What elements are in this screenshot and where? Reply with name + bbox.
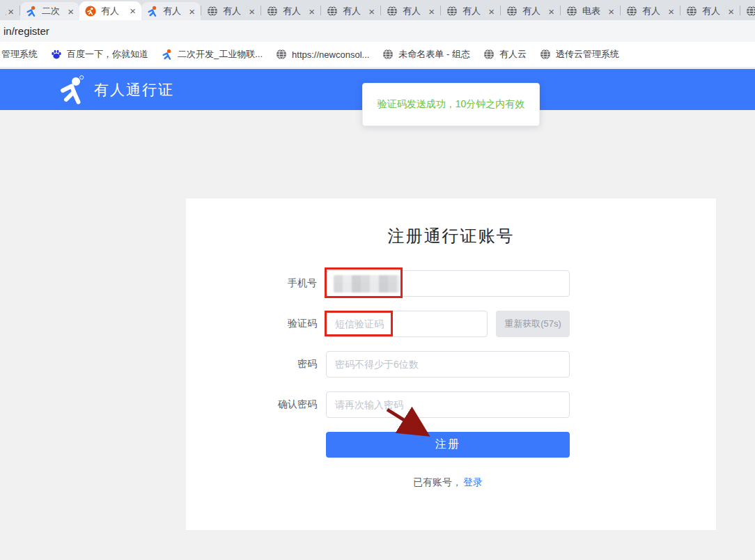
globe-icon [686,6,697,17]
bookmarks-bar: 管理系统百度一下，你就知道二次开发_工业物联...https://newcons… [0,42,755,67]
bookmark-item[interactable]: 未命名表单 - 组态 [382,48,470,61]
browser-tab[interactable]: 有人× [141,2,201,20]
toast-message: 验证码发送成功，10分钟之内有效 [378,98,525,111]
browser-tab[interactable]: 有人× [381,2,440,20]
page-title: 注册通行证账号 [186,225,716,247]
tab-close-icon[interactable]: × [546,6,556,17]
card-footer: 已有账号，登录 [326,476,570,489]
bookmark-item[interactable]: 二次开发_工业物联... [162,48,263,61]
bookmark-item[interactable]: https://newconsol... [276,49,369,60]
tab-label: 有人 [223,5,247,17]
confirm-password-input[interactable] [326,391,570,418]
register-form: 手机号 验证码 重新获取(57s) 密码 确认密码 [186,270,716,489]
browser-tab[interactable]: 人× [0,2,20,20]
login-link[interactable]: 登录 [463,476,483,488]
baidu-icon [51,49,62,60]
tab-close-icon[interactable]: × [187,6,197,17]
register-button[interactable]: 注册 [326,432,570,458]
tab-close-icon[interactable]: × [65,6,76,17]
globe-icon [382,49,394,60]
phone-label: 手机号 [186,277,326,290]
address-url[interactable]: in/register [3,25,49,37]
browser-tab[interactable]: 有人× [680,2,740,20]
brand-title: 有人通行证 [94,80,174,100]
tab-close-icon[interactable]: × [306,6,317,17]
tab-close-icon[interactable]: × [726,6,736,17]
bookmark-item[interactable]: 百度一下，你就知道 [51,48,148,61]
bookmark-label: 有人云 [499,48,527,61]
code-label: 验证码 [186,318,326,330]
bookmark-label: 透传云管理系统 [556,48,619,61]
toast-notification: 验证码发送成功，10分钟之内有效 [362,83,540,126]
tab-strip: 人×二次×有人×有人×有人×有人×有人×有人×有人×有人×电表×有人×有人× [0,0,755,20]
tab-label: 有人 [642,5,666,17]
password-input[interactable] [326,351,570,378]
browser-tab[interactable]: 二次× [20,2,79,20]
tab-label: 有人 [343,5,366,17]
tab-close-icon[interactable]: × [127,6,138,16]
usr-person-icon [162,49,173,60]
page-content: 有人通行证 验证码发送成功，10分钟之内有效 注册通行证账号 手机号 验证码 重… [0,69,755,560]
tab-label: 二次 [42,5,65,17]
tab-close-icon[interactable]: × [426,6,437,17]
globe-icon [483,49,495,60]
tab-close-icon[interactable]: × [606,6,616,17]
tab-label: 有人 [702,5,726,17]
tab-close-icon[interactable]: × [666,6,676,17]
browser-tab[interactable] [740,2,755,20]
globe-icon [446,6,458,17]
bookmark-label: 百度一下，你就知道 [67,48,148,61]
globe-icon [540,49,551,60]
bookmark-label: 未命名表单 - 组态 [398,48,470,61]
globe-icon [506,6,517,17]
browser-tab[interactable]: 有人× [261,2,320,20]
browser-tab[interactable]: 电表× [561,2,620,20]
tab-label: 有人 [462,5,486,17]
code-row: 验证码 重新获取(57s) [186,311,716,337]
globe-icon [746,6,755,17]
usr-person-icon [147,6,158,17]
confirm-password-label: 确认密码 [186,398,326,411]
browser-tab[interactable]: 有人× [441,2,500,20]
usr-logo-icon [59,75,84,104]
tab-close-icon[interactable]: × [486,6,497,17]
password-label: 密码 [186,358,326,371]
browser-tab[interactable]: 有人× [501,2,560,20]
resend-code-button[interactable]: 重新获取(57s) [496,311,570,337]
globe-icon [626,6,637,17]
phone-row: 手机号 [186,270,716,297]
confirm-password-row: 确认密码 [186,391,716,418]
globe-icon [207,6,218,17]
browser-tab[interactable]: 有人× [201,2,260,20]
bookmark-item[interactable]: 管理系统 [1,48,38,61]
code-input[interactable] [326,311,488,337]
tab-label: 有人 [522,5,546,17]
bookmark-label: https://newconsol... [292,49,369,60]
globe-icon [387,6,398,17]
address-bar[interactable]: in/register [0,20,755,42]
bookmark-item[interactable]: 有人云 [483,48,527,61]
tab-label: 有人 [283,5,306,17]
globe-icon [267,6,278,17]
bookmark-label: 管理系统 [1,48,38,61]
globe-icon [327,6,338,17]
bookmark-item[interactable]: 透传云管理系统 [540,48,619,61]
phone-input[interactable] [326,270,570,297]
tab-label: 有人 [101,5,127,17]
browser-tab[interactable]: 有人× [621,2,680,20]
tab-label: 有人 [403,5,426,17]
tab-close-icon[interactable]: × [366,6,377,17]
browser-tab-active[interactable]: 有人× [79,1,141,20]
browser-window: 人×二次×有人×有人×有人×有人×有人×有人×有人×有人×电表×有人×有人× i… [0,0,755,560]
tab-label: 有人 [163,5,187,17]
register-card: 注册通行证账号 手机号 验证码 重新获取(57s) 密码 [186,199,716,530]
password-row: 密码 [186,351,716,378]
bookmark-label: 二次开发_工业物联... [178,48,263,61]
tab-close-icon[interactable]: × [6,6,16,17]
tab-close-icon[interactable]: × [247,6,257,17]
globe-icon [566,6,577,17]
tab-label: 电表 [582,5,606,17]
masked-phone-value [334,275,400,293]
have-account-text: 已有账号， [413,476,462,488]
browser-tab[interactable]: 有人× [321,2,380,20]
